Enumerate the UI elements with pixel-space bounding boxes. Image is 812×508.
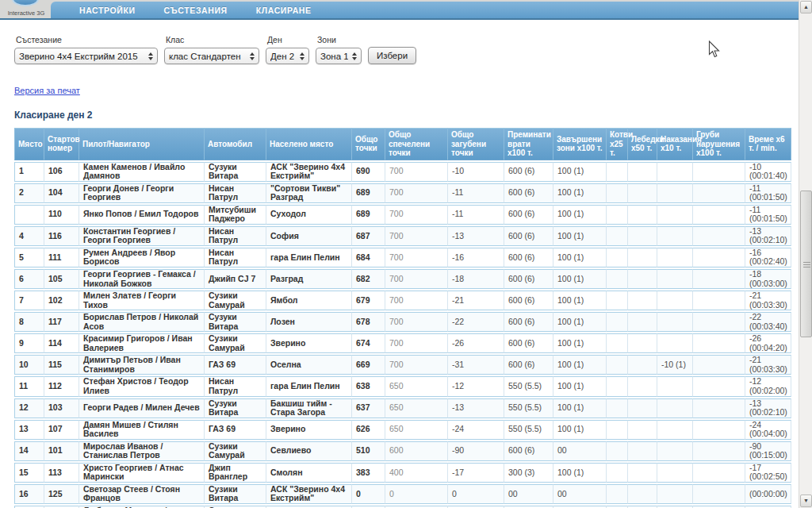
cell-gross (693, 162, 745, 182)
vertical-scrollbar[interactable]: ▲ ▼ (799, 0, 812, 508)
cell-car: Сузики Самурай (205, 291, 266, 310)
nav-item-settings[interactable]: НАСТРОЙКИ (70, 6, 145, 15)
cell-start: 117 (44, 312, 79, 332)
cell-anchors (607, 205, 628, 225)
cell-won: 650 (385, 398, 448, 418)
cell-time: -16(00:02:40) (745, 248, 791, 267)
cell-zones: 100 (1) (553, 226, 607, 246)
cell-winches (628, 248, 657, 267)
cell-gates: 600 (6) (504, 333, 553, 353)
cell-car: Нисан Патрул (205, 248, 266, 267)
cell-gross (693, 484, 745, 504)
filter-bar: Състезание Зверино 4х4 Екстрийм 2015 Кла… (14, 35, 799, 64)
cell-winches (628, 376, 657, 396)
scrollbar-thumb[interactable] (800, 190, 812, 337)
cell-penalties (657, 441, 693, 461)
cell-winches (628, 291, 657, 310)
cell-start: 104 (44, 183, 79, 203)
cell-car: Сузики Самурай (205, 441, 266, 461)
cell-gates: 600 (6) (504, 205, 553, 225)
cell-zones: 100 (1) (553, 248, 607, 267)
cell-start: 105 (44, 269, 79, 289)
cell-gross (693, 226, 745, 246)
cell-start: 113 (44, 463, 79, 483)
cell-car: Нисан Патрул (205, 226, 266, 246)
cell-place: 10 (14, 355, 44, 375)
cell-won: 700 (385, 183, 448, 203)
cell-winches (628, 441, 657, 461)
cell-zones: 00 (553, 441, 607, 461)
cell-car: Джийп CJ 7 (205, 269, 266, 289)
cell-car: Нисан Патрул (205, 376, 266, 396)
standings-table: МястоСтартов номерПилот/НавигаторАвтомоб… (14, 126, 791, 508)
zones-label: Зони (317, 35, 362, 44)
class-select[interactable]: клас Стандартен (164, 48, 259, 64)
scroll-up-icon[interactable]: ▲ (800, 1, 812, 13)
class-label: Клас (166, 35, 259, 44)
select-button[interactable]: Избери (368, 47, 416, 64)
print-version-link[interactable]: Версия за печат (14, 86, 80, 95)
cell-start: 103 (44, 398, 79, 418)
cell-gates: 600 (6) (504, 248, 553, 267)
cell-time: -26(00:04:20) (745, 333, 791, 353)
cell-zones: 100 (1) (553, 333, 607, 353)
table-row: 6105Георги Георгиев - Гемакса / Николай … (14, 269, 791, 289)
cell-gross (693, 312, 745, 332)
cell-lost: -13 (448, 226, 504, 246)
cell-gates: 600 (6) (504, 291, 553, 310)
filter-competition: Състезание Зверино 4х4 Екстрийм 2015 (14, 35, 158, 64)
cell-zones: 100 (1) (553, 398, 607, 418)
cell-pilot: Янко Попов / Емил Тодоров (79, 205, 205, 225)
column-header: Място (14, 128, 44, 160)
cell-zones: 100 (1) (553, 162, 607, 182)
select-arrows-icon (246, 52, 255, 60)
cell-lost: -26 (448, 333, 504, 353)
nav-item-standings[interactable]: КЛАСИРАНЕ (247, 6, 321, 15)
zones-select[interactable]: Зона 1 (316, 48, 362, 64)
scroll-down-icon[interactable]: ▼ (800, 495, 812, 507)
cell-zones: 00 (553, 484, 607, 504)
cell-start: 112 (44, 376, 79, 396)
table-row: 13107Дамян Мишев / Стилян ВасилевГАЗ 69З… (14, 420, 791, 440)
cell-zones: 100 (1) (553, 376, 607, 396)
competition-select[interactable]: Зверино 4х4 Екстрийм 2015 (14, 48, 158, 64)
cell-zones: 100 (1) (553, 269, 607, 289)
cell-pilot: Камен Каменов / Ивайло Дамянов (79, 162, 205, 182)
table-row: 4116Константин Георгиев / Георги Георгие… (14, 226, 791, 246)
cell-total: 383 (352, 463, 385, 483)
cell-gates: 600 (6) (504, 355, 553, 375)
cell-car: Сузуки Витара (205, 312, 266, 332)
cell-gates: 550 (5.5) (504, 420, 553, 440)
day-select[interactable]: Ден 2 (266, 48, 309, 64)
nav-item-competitions[interactable]: СЪСТЕЗАНИЯ (155, 6, 237, 15)
column-header: Населено място (266, 128, 352, 160)
cell-gross (693, 333, 745, 353)
cell-lost: -90 (448, 441, 504, 461)
cell-zones: 100 (1) (553, 183, 607, 203)
table-row: 2104Георги Донев / Георги ГеоргиевНисан … (14, 183, 791, 203)
cell-car: Сузики Самурай (205, 333, 266, 353)
scrollbar-grip-icon (803, 264, 810, 265)
cell-gates: 600 (6) (504, 269, 553, 289)
cell-lost: -12 (448, 376, 504, 396)
cell-pilot: Светозар Стеев / Стоян Францов (79, 484, 205, 504)
logo: Interactive 3G (2, 0, 51, 18)
cell-town: Лозен (266, 312, 352, 332)
cell-start: 115 (44, 355, 79, 375)
cell-gross (693, 376, 745, 396)
cell-penalties (657, 420, 693, 440)
cell-anchors (607, 355, 628, 375)
cell-lost: -17 (448, 463, 504, 483)
cell-winches (628, 205, 657, 225)
cell-total: 684 (352, 248, 385, 267)
cell-penalties (657, 398, 693, 418)
cell-winches (628, 226, 657, 246)
cell-gross (693, 355, 745, 375)
cell-total: 626 (352, 420, 385, 440)
cell-start: 101 (44, 441, 79, 461)
cell-anchors (607, 484, 628, 504)
table-row: 15113Христо Георгиев / Атнас МаринскиДжи… (14, 463, 791, 483)
class-select-value: клас Стандартен (169, 52, 241, 61)
cell-place: 12 (14, 398, 44, 418)
cell-won: 700 (385, 333, 448, 353)
